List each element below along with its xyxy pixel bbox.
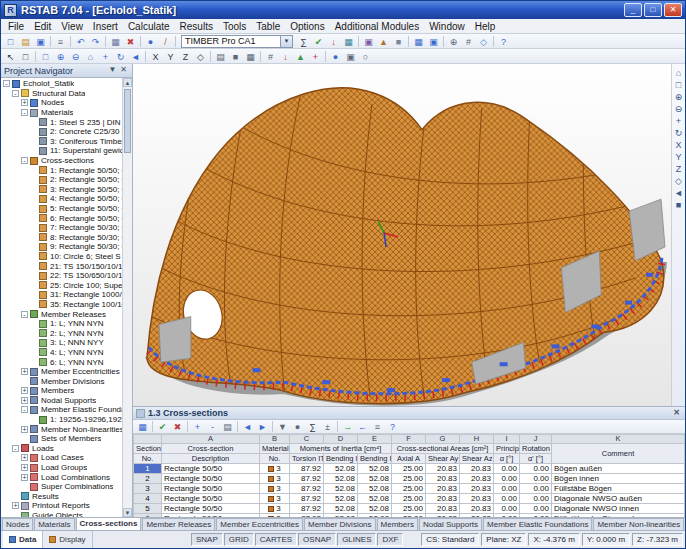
cell-value[interactable]: 87.92 (290, 464, 324, 474)
cell-value[interactable]: 20.83 (426, 494, 460, 504)
tree-item-10-circle-6-steel-s-235[interactable]: 10: Circle 6; Steel S 235 (1, 252, 122, 262)
cell-value[interactable]: 20.83 (460, 494, 494, 504)
table-tab-materials[interactable]: Materials (34, 518, 74, 530)
expand-icon[interactable]: + (21, 474, 28, 481)
calculate-icon[interactable]: ∑ (296, 35, 311, 48)
isometric-side-icon[interactable]: ◇ (672, 174, 685, 186)
zoom-in-icon[interactable]: ⊕ (53, 50, 68, 63)
menu-item-help[interactable]: Help (470, 20, 501, 33)
find-icon[interactable]: ● (290, 420, 305, 433)
tree-item-2-rectangle-50-50-conif[interactable]: 2: Rectangle 50/50; Conif (1, 175, 122, 185)
steel-module-icon[interactable]: ■ (391, 35, 406, 48)
tree-item-6-l-ynn-nyn[interactable]: 6: L; YNN NYN (1, 357, 122, 367)
close-button[interactable]: ✕ (664, 3, 682, 17)
cell-comment[interactable]: Diagonale NWSO außen (552, 494, 685, 504)
column-letter-a[interactable]: A (162, 435, 260, 444)
table-tab-cross-sections[interactable]: Cross-sections (76, 517, 142, 530)
tree-item-4-rectangle-50-50-conif[interactable]: 4: Rectangle 50/50; Conif (1, 194, 122, 204)
sum-icon[interactable]: ∑ (305, 420, 320, 433)
scrollbar-thumb[interactable] (124, 89, 131, 153)
cell-description[interactable]: Rectangle 50/50 (162, 484, 260, 494)
tree-item-11-superstahl-gewichtslos[interactable]: 11: Superstahl gewichtslos (1, 146, 122, 156)
pin-icon[interactable]: ▼ (107, 65, 118, 76)
cell-value[interactable]: 87.92 (290, 504, 324, 514)
cell-value[interactable]: 0.00 (494, 464, 520, 474)
tree-item-loads[interactable]: -Loads (1, 444, 122, 454)
view-z-side-icon[interactable]: Z (672, 162, 685, 174)
new-member-icon[interactable]: / (158, 35, 173, 48)
cell-value[interactable]: 20.83 (426, 504, 460, 514)
delete-icon[interactable]: ✖ (123, 35, 138, 48)
delete-row-icon[interactable]: - (205, 420, 220, 433)
row-number[interactable]: 4 (134, 494, 162, 504)
cell-value[interactable]: 0.00 (494, 504, 520, 514)
menu-item-additional-modules[interactable]: Additional Modules (330, 20, 425, 33)
cell-value[interactable]: 20.83 (426, 484, 460, 494)
tree-item-1-rectangle-50-50-conif[interactable]: 1: Rectangle 50/50; Conif (1, 165, 122, 175)
cell-value[interactable]: 52.08 (358, 504, 392, 514)
table-tab-member-eccentricities[interactable]: Member Eccentricities (216, 518, 303, 530)
render-side-icon[interactable]: ■ (672, 198, 685, 210)
tree-item-member-divisions[interactable]: Member Divisions (1, 376, 122, 386)
row-number[interactable]: 5 (134, 504, 162, 514)
snap-settings-icon[interactable]: ⊕ (446, 35, 461, 48)
units-icon[interactable]: ± (320, 420, 335, 433)
column-letter-k[interactable]: K (552, 435, 685, 444)
numbering-icon[interactable]: # (263, 50, 278, 63)
menu-item-results[interactable]: Results (175, 20, 218, 33)
cell-material[interactable]: 3 (260, 494, 290, 504)
show-axes-icon[interactable]: + (308, 50, 323, 63)
expand-icon[interactable]: + (12, 502, 19, 509)
collapse-icon[interactable]: - (3, 80, 10, 87)
cell-value[interactable]: 52.08 (358, 464, 392, 474)
insert-row-icon[interactable]: + (190, 420, 205, 433)
table-list-icon[interactable]: ▦ (135, 420, 150, 433)
cell-material[interactable]: 3 (260, 474, 290, 484)
tree-item-22-ts-150-650-10-10-10-2[interactable]: 22: TS 150/650/10/10/10/2 (1, 271, 122, 281)
view-z-icon[interactable]: Z (178, 50, 193, 63)
toggle-dxf[interactable]: DXF (377, 533, 403, 546)
expand-icon[interactable]: + (21, 387, 28, 394)
tree-item-1-19256-19296-19298-19[interactable]: 1: 19256-19296,19298-19 (1, 415, 122, 425)
tree-item-members[interactable]: +Members (1, 386, 122, 396)
scroll-down-icon[interactable]: ▼ (123, 508, 132, 517)
tree-item-21-ts-150-150-10-10-0-5[interactable]: 21: TS 150/150/10/10/0/5 (1, 261, 122, 271)
module-combo[interactable]: TIMBER Pro CA1 ▼ (181, 35, 293, 48)
isometric-view-icon[interactable]: ◇ (193, 50, 208, 63)
table-tab-member-elastic-foundations[interactable]: Member Elastic Foundations (483, 518, 592, 530)
tree-item-results[interactable]: Results (1, 492, 122, 502)
timber-module-icon[interactable]: ▲ (376, 35, 391, 48)
tree-item-member-releases[interactable]: -Member Releases (1, 309, 122, 319)
cell-value[interactable]: 0.00 (494, 484, 520, 494)
cell-description[interactable]: Rectangle 50/50 (162, 504, 260, 514)
transparent-mode-icon[interactable]: ▦ (243, 50, 258, 63)
tree-item-nodes[interactable]: +Nodes (1, 98, 122, 108)
menu-item-window[interactable]: Window (424, 20, 470, 33)
cancel-icon[interactable]: ✖ (170, 420, 185, 433)
collapse-icon[interactable]: - (21, 157, 28, 164)
cell-value[interactable]: 0.00 (520, 474, 552, 484)
select-window-icon[interactable]: □ (18, 50, 33, 63)
toggle-osnap[interactable]: OSNAP (298, 533, 336, 546)
new-node-icon[interactable]: ● (143, 35, 158, 48)
menu-item-view[interactable]: View (56, 20, 88, 33)
tree-item-35-rectangle-100-100-s[interactable]: 35: Rectangle 100/100; S (1, 300, 122, 310)
column-letter-g[interactable]: G (426, 435, 460, 444)
collapse-icon[interactable]: - (12, 445, 19, 452)
expand-icon[interactable]: + (21, 368, 28, 375)
minimize-button[interactable]: _ (624, 3, 642, 17)
table-panel-close-icon[interactable]: ✕ (671, 408, 682, 419)
tree-item-9-rectangle-50-30-conif[interactable]: 9: Rectangle 50/30; Conif (1, 242, 122, 252)
pan-icon[interactable]: + (98, 50, 113, 63)
table-tab-members[interactable]: Members (377, 518, 418, 530)
expand-icon[interactable]: + (21, 454, 28, 461)
column-letter-h[interactable]: H (460, 435, 494, 444)
filter-icon[interactable]: ▼ (275, 420, 290, 433)
row-number[interactable]: 2 (134, 474, 162, 484)
tree-item-echolot-statik[interactable]: -Echolot_Statik (1, 79, 122, 89)
print-icon[interactable]: ≡ (53, 35, 68, 48)
cell-value[interactable]: 52.08 (324, 474, 358, 484)
copy-row-icon[interactable]: ▤ (220, 420, 235, 433)
tree-item-nodal-supports[interactable]: +Nodal Supports (1, 396, 122, 406)
tree-item-2-l-ynn-nyn[interactable]: 2: L; YNN NYN (1, 328, 122, 338)
